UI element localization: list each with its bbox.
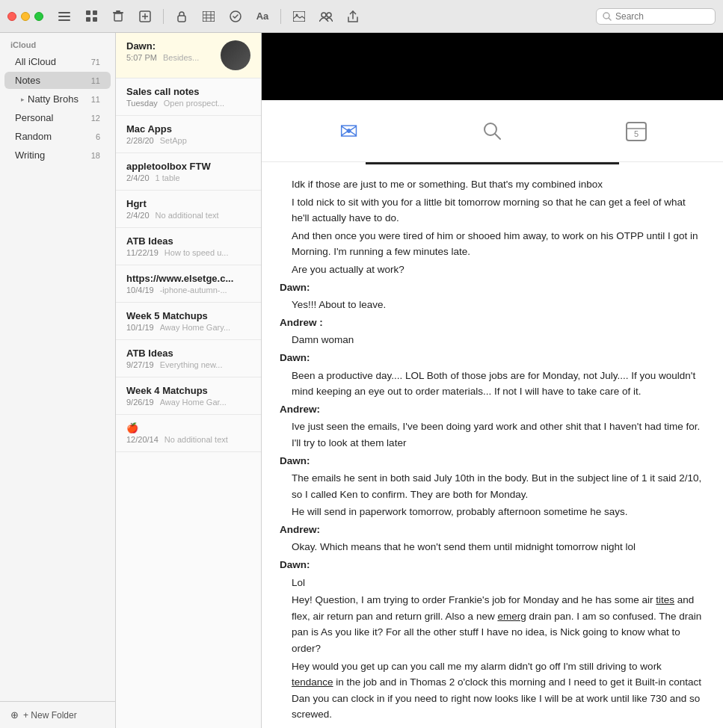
- chat-sender-dawn-3: Dawn:: [280, 453, 705, 469]
- sidebar-section-label: iCloud: [0, 33, 115, 52]
- note-item-sales-call[interactable]: Sales call notes Tuesday Open prospect..…: [116, 78, 261, 116]
- chat-line: The emails he sent in both said July 10t…: [280, 470, 705, 502]
- close-button[interactable]: [7, 12, 16, 21]
- svg-rect-4: [93, 10, 97, 15]
- chat-line: Damn woman: [280, 332, 705, 348]
- chat-line: I told nick to sit with you for a little…: [280, 194, 705, 226]
- chat-line: Hey would you get up can you call me my …: [280, 658, 705, 723]
- svg-point-22: [321, 13, 326, 17]
- sep1: [163, 9, 164, 24]
- svg-rect-3: [86, 10, 90, 15]
- note-detail-icons: ✉ 5: [262, 100, 723, 162]
- svg-rect-1: [58, 16, 70, 17]
- note-avatar: [221, 40, 250, 70]
- fullscreen-button[interactable]: [34, 12, 43, 21]
- new-folder-label: + New Folder: [23, 710, 77, 721]
- svg-rect-6: [93, 17, 97, 22]
- svg-rect-5: [86, 17, 90, 22]
- search-input[interactable]: [615, 11, 705, 22]
- search-icon: [482, 121, 502, 141]
- chat-sender-andrew-1: Andrew :: [280, 315, 705, 331]
- svg-rect-7: [114, 13, 122, 21]
- note-item-appletoolbox[interactable]: appletoolbox FTW 2/4/20 1 table: [116, 153, 261, 191]
- svg-line-25: [609, 18, 611, 20]
- calendar-icon-button[interactable]: 5: [618, 112, 655, 149]
- note-item-atb-ideas-1[interactable]: ATB Ideas 11/22/19 How to speed u...: [116, 228, 261, 265]
- svg-point-23: [327, 13, 331, 17]
- chat-sender-andrew-2: Andrew:: [280, 401, 705, 418]
- search-icon: [603, 12, 612, 21]
- chat-sender-andrew-4: Andrew:: [280, 724, 705, 728]
- note-item-https[interactable]: https://www.elsetge.c... 10/4/19 -iphone…: [116, 265, 261, 303]
- chat-sender-dawn-4: Dawn:: [280, 557, 705, 573]
- calendar-icon: 5: [625, 120, 647, 142]
- lock-button[interactable]: [171, 6, 192, 27]
- note-item-hgrt[interactable]: Hgrt 2/4/20 No additional text: [116, 191, 261, 228]
- sidebar: iCloud All iCloud 71 Notes 11 ▸ Natty Br…: [0, 33, 116, 728]
- chat-line: Are you actually at work?: [280, 262, 705, 278]
- share-button[interactable]: [342, 6, 363, 27]
- chat-line: Okay. Which means that he won't send the…: [280, 539, 705, 555]
- note-item-week5[interactable]: Week 5 Matchups 10/1/19 Away Home Gary..…: [116, 303, 261, 340]
- svg-rect-20: [293, 11, 305, 22]
- notes-list: Dawn: 5:07 PM Besides... Sales call note…: [116, 33, 262, 728]
- new-note-button[interactable]: [135, 6, 156, 27]
- svg-text:5: 5: [634, 129, 639, 138]
- svg-rect-14: [203, 11, 215, 22]
- chat-line: Lol: [280, 575, 705, 591]
- svg-rect-2: [58, 19, 70, 21]
- sidebar-item-personal[interactable]: Personal 12: [4, 109, 111, 126]
- sidebar-item-natty-brohs[interactable]: ▸ Natty Brohs 11: [4, 90, 111, 108]
- titlebar: Aa: [0, 0, 723, 33]
- chat-line: Been a productive day.... LOL Both of th…: [280, 368, 705, 400]
- chat-line: Hey! Question, I am trying to order Fran…: [280, 592, 705, 656]
- accounts-button[interactable]: [316, 6, 336, 27]
- trash-button[interactable]: [108, 6, 129, 27]
- envelope-icon: ✉: [339, 118, 358, 144]
- app-body: iCloud All iCloud 71 Notes 11 ▸ Natty Br…: [0, 33, 723, 728]
- media-button[interactable]: [289, 6, 310, 27]
- chat-line: He will send in paperwork tomorrow, prob…: [280, 504, 705, 520]
- note-item-mac-apps[interactable]: Mac Apps 2/28/20 SetApp: [116, 116, 261, 153]
- sidebar-item-writing[interactable]: Writing 18: [4, 146, 111, 164]
- sep2: [280, 9, 281, 24]
- chat-line: Ive just seen the emails, I've been doin…: [280, 419, 705, 451]
- checklist-button[interactable]: [225, 6, 246, 27]
- sidebar-item-random[interactable]: Random 6: [4, 128, 111, 145]
- note-item-apple[interactable]: 🍎 12/20/14 No additional text: [116, 415, 261, 452]
- chat-line: Yes!!! About to leave.: [280, 297, 705, 313]
- svg-rect-0: [58, 12, 70, 13]
- chat-sender-dawn-1: Dawn:: [280, 280, 705, 296]
- minimize-button[interactable]: [21, 12, 30, 21]
- sidebar-item-notes[interactable]: Notes 11: [4, 72, 111, 89]
- envelope-icon-button[interactable]: ✉: [330, 112, 367, 149]
- note-item-atb-ideas-2[interactable]: ATB Ideas 9/27/19 Everything new...: [116, 340, 261, 377]
- format-button[interactable]: Aa: [252, 6, 273, 27]
- grid-view-button[interactable]: [81, 6, 102, 27]
- search-box[interactable]: [596, 8, 716, 25]
- chat-line: Idk if those are just to me or something…: [280, 176, 705, 193]
- svg-rect-9: [116, 10, 120, 12]
- chat-sender-dawn-2: Dawn:: [280, 350, 705, 366]
- note-item-week4[interactable]: Week 4 Matchups 9/26/19 Away Home Gar...: [116, 377, 261, 415]
- sidebar-item-all-icloud[interactable]: All iCloud 71: [4, 53, 111, 70]
- note-detail: ✉ 5 Idk if those are just to me or somet…: [262, 33, 723, 728]
- svg-rect-8: [113, 12, 123, 13]
- sidebar-toggle-button[interactable]: [54, 6, 75, 27]
- svg-rect-13: [178, 16, 185, 22]
- note-detail-body[interactable]: Idk if those are just to me or something…: [262, 164, 723, 728]
- search-icon-button[interactable]: [473, 112, 511, 149]
- chat-sender-andrew-3: Andrew:: [280, 522, 705, 538]
- svg-line-27: [495, 134, 500, 139]
- disclosure-icon: ▸: [21, 96, 25, 103]
- note-detail-image: [262, 33, 723, 100]
- chat-line: And then once you were tired of him or s…: [280, 228, 705, 260]
- table-button[interactable]: [198, 6, 219, 27]
- new-folder-button[interactable]: ⊕ + New Folder: [0, 701, 115, 728]
- traffic-lights: [7, 12, 43, 21]
- note-item-dawn[interactable]: Dawn: 5:07 PM Besides...: [116, 33, 261, 78]
